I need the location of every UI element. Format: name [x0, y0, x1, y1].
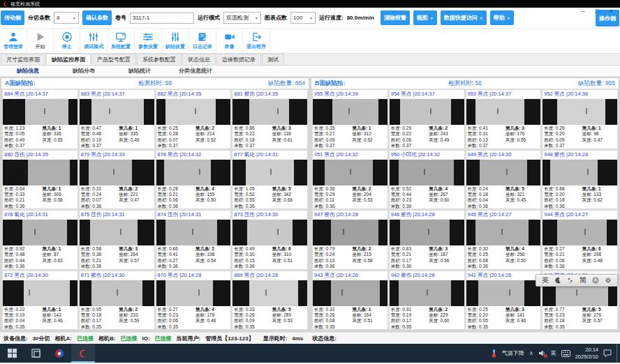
- defect-card[interactable]: 953 黑点 |20:14:37长度: 0.41宽度: 0.31面积: 0.13…: [466, 89, 542, 149]
- defect-thumbnail[interactable]: [313, 280, 388, 306]
- view-menu-button[interactable]: 视图▼: [413, 10, 437, 25]
- defect-card[interactable]: 951 黑点 |20:14:32长度: 0.38宽度: 0.29面积: 0.11…: [312, 150, 388, 210]
- defect-thumbnail[interactable]: [3, 160, 78, 185]
- subtab-3[interactable]: 分类信息统计: [168, 67, 223, 75]
- dots-icon[interactable]: [567, 277, 574, 284]
- active-app-icon[interactable]: [71, 344, 95, 363]
- defect-thumbnail[interactable]: [156, 99, 231, 125]
- ime-settings-icon[interactable]: [605, 277, 612, 284]
- defect-thumbnail[interactable]: [156, 160, 231, 185]
- action-log-button[interactable]: 日志记录: [189, 29, 216, 53]
- touch-keyboard-icon[interactable]: [561, 350, 570, 357]
- defect-card[interactable]: 952 黑点 |20:14:36长度: 0.26宽度: 0.20面积: 0.05…: [542, 89, 618, 149]
- volume-icon[interactable]: [538, 349, 546, 357]
- defect-thumbnail[interactable]: [232, 220, 307, 245]
- defect-thumbnail[interactable]: [3, 220, 78, 245]
- defect-card[interactable]: 873 压伤 |20:14:30长度: 0.49宽度: 0.30面积: 0.15…: [232, 210, 308, 270]
- action-exit-button[interactable]: 退出程序: [243, 29, 270, 53]
- defect-thumbnail[interactable]: [390, 220, 464, 245]
- tab-1[interactable]: 缺陷监控界面: [46, 54, 91, 65]
- defect-card[interactable]: 941 黑点 |20:14:26长度: 0.25宽度: 0.20面积: 0.05…: [466, 271, 542, 331]
- tab-3[interactable]: 系统参数配置: [137, 54, 182, 65]
- tab-0[interactable]: 尺寸监控界面: [1, 54, 45, 65]
- defect-card[interactable]: 874 压伤 |20:14:31长度: 0.66宽度: 0.41面积: 0.27…: [156, 210, 232, 270]
- tab-5[interactable]: 边缘数据记录: [216, 54, 261, 65]
- defect-thumbnail[interactable]: [542, 220, 617, 245]
- tab-4[interactable]: 状态信息: [182, 54, 216, 65]
- ime-mode-simplified[interactable]: 简: [580, 275, 586, 285]
- defect-thumbnail[interactable]: [466, 160, 541, 185]
- defect-thumbnail[interactable]: [466, 99, 541, 125]
- defect-card[interactable]: 870 黑点 |20:14:28长度: 0.27宽度: 0.23面积: 0.06…: [156, 271, 232, 331]
- defect-card[interactable]: 881 擦伤 |20:14:35长度: 0.86宽度: 0.22面积: 0.18…: [232, 89, 308, 149]
- close-button[interactable]: ×: [610, 8, 613, 15]
- defect-thumbnail[interactable]: [390, 160, 464, 185]
- defect-card[interactable]: 882 黑点 |20:14:35长度: 0.25宽度: 0.28面积: 0.07…: [156, 89, 232, 149]
- defect-card[interactable]: 942 擦伤 |20:14:26长度: 0.91宽度: 0.19面积: 0.17…: [389, 271, 465, 331]
- help-menu-button[interactable]: 帮助▼: [490, 10, 514, 25]
- defect-card[interactable]: 954 黑点 |20:14:37长度: 0.29宽度: 0.22面积: 0.06…: [389, 89, 465, 149]
- ime-indicator[interactable]: 英: [551, 349, 556, 357]
- thermometer-icon[interactable]: [491, 349, 497, 358]
- defect-card[interactable]: 947 擦伤 |20:14:28长度: 0.79宽度: 0.24面积: 0.19…: [312, 210, 388, 270]
- action-stop-button[interactable]: 停止: [54, 29, 80, 53]
- defect-card[interactable]: 946 擦伤 |20:14:28长度: 0.83宽度: 0.21面积: 0.17…: [389, 210, 465, 270]
- task-view-button[interactable]: [24, 344, 47, 363]
- defect-card[interactable]: 949 黑点 |20:14:30长度: 0.24宽度: 0.18面积: 0.04…: [466, 150, 542, 210]
- defect-card[interactable]: 944 黑点 |20:14:27长度: 0.27宽度: 0.21面积: 0.06…: [542, 210, 618, 270]
- defect-card[interactable]: 879 黑点 |20:14:33长度: 0.31宽度: 0.24面积: 0.07…: [79, 150, 155, 210]
- defect-card[interactable]: 872 黑点 |20:14:30长度: 0.22宽度: 0.19面积: 0.04…: [2, 271, 78, 331]
- subtab-0[interactable]: 缺陷信息: [0, 67, 56, 75]
- defect-card[interactable]: 945 黑点 |20:14:27长度: 0.30宽度: 0.25面积: 0.08…: [466, 210, 542, 270]
- defect-card[interactable]: 884 黑点 |20:14:37长度: 1.23宽度: 0.05面积: 0.49…: [2, 89, 78, 149]
- data-access-menu-button[interactable]: 数据快捷访问▼: [441, 10, 487, 25]
- show-desktop-button[interactable]: [617, 344, 619, 363]
- start-button[interactable]: [0, 344, 24, 363]
- defect-card[interactable]: 878 黑点 |20:14:32长度: 0.28宽度: 0.21面积: 0.06…: [156, 150, 232, 210]
- action-user-button[interactable]: 管理登录: [0, 29, 27, 53]
- notification-center-icon[interactable]: [603, 349, 612, 357]
- defect-thumbnail[interactable]: [156, 220, 231, 245]
- defect-card[interactable]: 943 黑点 |20:14:26长度: 0.32宽度: 0.26面积: 0.08…: [312, 271, 388, 331]
- subtab-2[interactable]: 缺陷统计: [112, 67, 168, 75]
- defect-card[interactable]: 883 黑点 |20:14:37长度: 0.47宽度: 0.46面积: 0.19…: [79, 89, 155, 149]
- defect-card[interactable]: 876 氧化 |20:14:31长度: 0.92宽度: 0.48面积: 0.44…: [2, 210, 78, 270]
- roll-number-input[interactable]: [130, 13, 194, 24]
- run-mode-select[interactable]: 双面检测: [223, 12, 261, 24]
- defect-thumbnail[interactable]: [3, 99, 78, 125]
- minimize-button[interactable]: –: [581, 8, 584, 15]
- defect-card[interactable]: 948 擦伤 |20:14:28长度: 0.88宽度: 0.20面积: 0.18…: [542, 150, 618, 210]
- defect-thumbnail[interactable]: [3, 280, 78, 306]
- tray-expand-icon[interactable]: ∧: [529, 350, 533, 356]
- defect-thumbnail[interactable]: [313, 220, 388, 245]
- pinned-app-icon[interactable]: [47, 344, 71, 363]
- defect-card[interactable]: 871 擦伤 |20:14:30长度: 0.95宽度: 0.18面积: 0.17…: [79, 271, 155, 331]
- chart-points-select[interactable]: 100: [290, 12, 316, 24]
- defect-thumbnail[interactable]: [80, 160, 154, 185]
- defect-thumbnail[interactable]: [156, 280, 231, 306]
- defect-thumbnail[interactable]: [232, 160, 307, 185]
- defect-thumbnail[interactable]: [466, 220, 541, 245]
- defect-thumbnail[interactable]: [80, 280, 154, 306]
- defect-thumbnail[interactable]: [466, 280, 541, 306]
- defect-card[interactable]: 950 小凹坑 |20:14:32长度: 0.52宽度: 0.44面积: 0.2…: [389, 150, 465, 210]
- slit-count-select[interactable]: 8: [54, 12, 79, 24]
- defect-card[interactable]: 875 压伤 |20:14:31长度: 0.58宽度: 0.36面积: 0.21…: [79, 210, 155, 270]
- defect-thumbnail[interactable]: [232, 99, 307, 125]
- defect-thumbnail[interactable]: [313, 160, 388, 185]
- action-hsliders-button[interactable]: 参数设置: [135, 29, 162, 53]
- tab-2[interactable]: 产品型号配置: [91, 54, 136, 65]
- action-camera-button[interactable]: 录像: [216, 29, 243, 53]
- emoji-icon[interactable]: [592, 277, 599, 284]
- subtab-1[interactable]: 缺陷分布: [56, 67, 112, 75]
- defect-thumbnail[interactable]: [80, 99, 154, 125]
- drive-side-button[interactable]: 传动侧: [1, 10, 24, 25]
- defect-thumbnail[interactable]: [390, 280, 464, 306]
- defect-card[interactable]: 955 黑点 |20:14:39长度: 0.35宽度: 0.27面积: 0.09…: [312, 89, 388, 149]
- weather-ticker[interactable]: 气温下降: [502, 349, 524, 357]
- defect-thumbnail[interactable]: [542, 160, 617, 185]
- defect-thumbnail[interactable]: [313, 99, 388, 125]
- defect-thumbnail[interactable]: [390, 99, 464, 125]
- action-tune-button[interactable]: 调试模式: [80, 29, 108, 53]
- action-vsliders-button[interactable]: 缺陷设置: [162, 29, 189, 53]
